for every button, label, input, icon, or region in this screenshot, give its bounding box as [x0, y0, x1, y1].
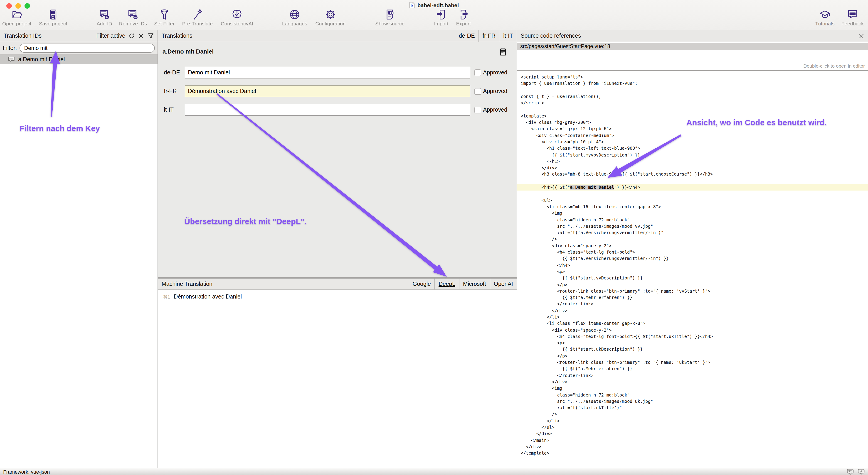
waves-bubble-status-icon[interactable]: [847, 468, 854, 475]
close-window-button[interactable]: [6, 3, 12, 9]
clear-filter-x-icon[interactable]: [138, 33, 144, 39]
code-line: <div class="container-medium">: [521, 132, 868, 139]
code-line: {{ $t("a.Mehr erfahren") }}: [521, 295, 868, 301]
translation-row-it-IT: it-IT Approved: [158, 104, 517, 116]
code-line: <div class="pb-10 pt-4">: [521, 139, 868, 145]
window-title: babel-edit.babel: [417, 2, 459, 8]
filter-funnel-icon: [158, 9, 170, 21]
code-line: <h4 class="text-lg font-bold">: [521, 249, 868, 256]
consistency-ai-button[interactable]: ConsistencyAI: [213, 9, 260, 26]
approved-checkbox-fr-FR[interactable]: [474, 88, 481, 95]
code-line: </router-link>: [521, 372, 868, 379]
code-line: </p>: [521, 353, 868, 360]
export-button[interactable]: Export: [440, 9, 487, 26]
panel-title: Machine Translation: [162, 281, 213, 287]
approved-checkbox-it-IT[interactable]: [474, 107, 481, 113]
code-line: </div>: [521, 307, 868, 314]
svg-text:b: b: [411, 3, 413, 8]
tab-microsoft[interactable]: Microsoft: [459, 278, 490, 290]
open-in-editor-hint: Double-click to open in editor: [803, 63, 865, 68]
code-line: </div>: [521, 431, 868, 437]
minimize-window-button[interactable]: [16, 3, 21, 9]
translation-input-fr-FR[interactable]: [185, 85, 470, 97]
highlighted-translation-id-token: a.Demo mit Daniel: [570, 184, 614, 190]
annotation-filter-note: Filtern nach dem Key: [20, 124, 100, 133]
code-line: </h1>: [521, 158, 868, 165]
feedback-bubble-icon: [847, 9, 859, 21]
translation-id-list-item[interactable]: a.Demo mit Daniel: [0, 55, 158, 64]
globe-icon: [289, 9, 301, 21]
notes-icon[interactable]: [499, 48, 507, 56]
code-line: [521, 87, 868, 94]
app-window: b babel-edit.babel Open project Save pro…: [0, 0, 868, 475]
panel-title: Translation IDs: [4, 33, 41, 39]
code-line: <h3 class="mb-8 text-blue-900">{{ $t("st…: [521, 171, 868, 178]
source-code-references-panel: Source code references src/pages/start/G…: [517, 30, 868, 468]
window-title-area: b babel-edit.babel: [409, 2, 459, 9]
tab-fr-FR[interactable]: fr-FR: [478, 30, 499, 42]
code-line: [521, 191, 868, 197]
source-reference-row[interactable]: src/pages/start/GuestStartPage.vue:18: [517, 43, 868, 50]
code-line: {{ $t("start.vvDescription") }}: [521, 275, 868, 281]
code-line: <div class="space-y-2">: [521, 242, 868, 249]
code-line: <router-link class="btn-primary" :to="{ …: [521, 359, 868, 366]
code-line: import { useTranslation } from "i18next-…: [521, 80, 868, 87]
panel-title: Translations: [162, 33, 192, 39]
code-line: </script>: [521, 100, 868, 106]
code-line: <p>: [521, 340, 868, 346]
approved-label: Approved: [483, 69, 507, 76]
source-reference-path: src/pages/start/GuestStartPage.vue:18: [520, 43, 610, 49]
tab-google[interactable]: Google: [409, 278, 435, 290]
comment-bubble-icon: [8, 56, 15, 62]
translation-input-de-DE[interactable]: [185, 67, 470, 78]
code-listing: <script setup lang="ts">import { useTran…: [517, 71, 868, 456]
source-document-eye-icon: [384, 9, 396, 21]
machine-translation-text: Démonstration avec Daniel: [174, 294, 242, 300]
filter-label: Filter:: [3, 45, 17, 51]
code-line: :alt="t('a.Versicherungsvermittler/-in')…: [521, 230, 868, 236]
code-line: class="hidden h-72 md:block": [521, 217, 868, 223]
save-project-button[interactable]: Save project: [30, 9, 77, 26]
add-id-bubble-plus-icon: [98, 9, 110, 21]
show-source-button[interactable]: Show source: [366, 9, 413, 26]
provider-tabs: Google DeepL Microsoft OpenAI: [409, 278, 517, 290]
tab-openai[interactable]: OpenAI: [490, 278, 517, 290]
close-panel-x-icon[interactable]: [859, 33, 864, 39]
remove-id-bubble-minus-icon: [127, 9, 139, 21]
configuration-button[interactable]: Configuration: [307, 9, 354, 26]
translation-input-it-IT[interactable]: [185, 104, 470, 116]
tab-deepl[interactable]: DeepL: [434, 278, 459, 290]
code-line: {{ $t("start.myvbvDescription") }}: [521, 152, 868, 158]
code-line: </div>: [521, 165, 868, 171]
code-line: </h4>: [521, 262, 868, 269]
code-line: <img: [521, 385, 868, 392]
filter-input[interactable]: [20, 43, 155, 53]
translation-ids-header: Translation IDs Filter active: [0, 30, 158, 42]
filter-row: Filter:: [0, 42, 158, 55]
filter-funnel-small-icon[interactable]: [148, 33, 154, 39]
feedback-button[interactable]: Feedback: [829, 9, 868, 26]
language-code-label: it-IT: [164, 107, 174, 113]
zoom-window-button[interactable]: [25, 3, 30, 9]
source-references-header: Source code references: [517, 30, 868, 42]
status-bar: Framework: vue-json: [0, 468, 868, 475]
machine-translation-result-row[interactable]: ⌘1 Démonstration avec Daniel: [158, 290, 517, 300]
approved-checkbox-de-DE[interactable]: [474, 69, 481, 76]
star-bubble-status-icon[interactable]: [858, 468, 865, 475]
approved-label: Approved: [483, 107, 507, 113]
toolbar-label: Show source: [366, 21, 413, 26]
translations-panel: Translations de-DE fr-FR it-IT a.Demo mi…: [158, 30, 517, 468]
machine-translation-header: Machine Translation Google DeepL Microso…: [158, 278, 517, 290]
code-line: <p>: [521, 269, 868, 275]
refresh-icon[interactable]: [128, 33, 135, 39]
open-folder-icon: [11, 9, 23, 21]
code-line: <ul>: [521, 197, 868, 204]
toolbar-label: Configuration: [307, 21, 354, 26]
tab-de-DE[interactable]: de-DE: [455, 30, 478, 42]
code-line: </li>: [521, 418, 868, 424]
code-line: </template>: [521, 450, 868, 456]
tab-it-IT[interactable]: it-IT: [499, 30, 517, 42]
translation-row-fr-FR: fr-FR Approved: [158, 85, 517, 97]
panel-title: Source code references: [521, 33, 581, 39]
framework-status: Framework: vue-json: [3, 469, 50, 474]
